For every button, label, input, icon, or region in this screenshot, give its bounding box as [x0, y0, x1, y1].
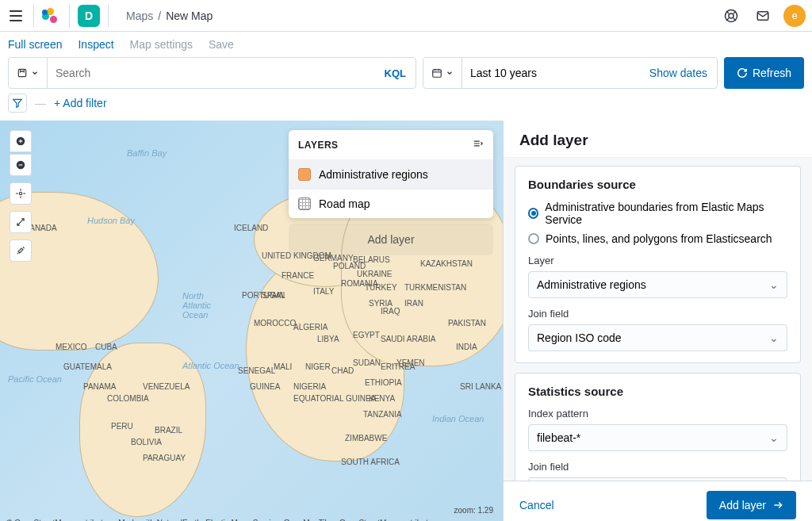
zoom-in-button[interactable] — [10, 130, 32, 152]
layer-label: Road map — [319, 197, 370, 210]
map-settings-link: Map settings — [130, 38, 193, 51]
help-icon[interactable] — [720, 5, 742, 27]
add-layer-map-button[interactable]: Add layer — [289, 224, 493, 255]
radio-icon — [528, 233, 539, 244]
layer-label: Administrative regions — [319, 168, 428, 181]
refresh-button[interactable]: Refresh — [724, 57, 804, 89]
stats-join-field-label: Join field — [528, 461, 787, 473]
inspect-link[interactable]: Inspect — [78, 38, 113, 51]
expand-button[interactable] — [10, 211, 32, 233]
elastic-logo-icon[interactable] — [42, 8, 58, 24]
arrow-right-icon — [772, 500, 783, 511]
svg-line-5 — [733, 11, 736, 13]
collapse-panel-icon[interactable] — [473, 138, 484, 151]
cancel-button[interactable]: Cancel — [519, 499, 554, 511]
ocean-label: North Atlantic Ocean — [182, 291, 230, 320]
ocean-label: Indian Ocean — [432, 414, 484, 423]
layer-select[interactable]: Administrative regions ⌄ — [528, 271, 787, 298]
add-layer-panel: Add layer Boundaries source Administrati… — [503, 121, 812, 521]
join-field-select[interactable]: Region ISO code ⌄ — [528, 324, 787, 351]
layer-swatch-icon — [298, 168, 311, 181]
tools-button[interactable] — [10, 239, 32, 262]
divider — [108, 5, 109, 27]
layers-panel: LAYERS Administrative regions Road map — [289, 130, 493, 218]
layer-item-road-map[interactable]: Road map — [289, 189, 493, 218]
svg-line-2 — [726, 11, 729, 13]
time-picker-button[interactable] — [423, 58, 462, 88]
show-dates-link[interactable]: Show dates — [640, 67, 717, 79]
radio-elasticsearch[interactable]: Points, lines, and polygons from Elastic… — [528, 232, 787, 245]
zoom-out-button[interactable] — [10, 154, 32, 176]
refresh-label: Refresh — [753, 67, 791, 79]
query-bar: KQL Last 10 years Show dates Refresh — [0, 57, 812, 89]
map-toolbar: Full screen Inspect Map settings Save — [0, 32, 812, 57]
statistics-source-card: Statistics source Index pattern filebeat… — [515, 373, 801, 481]
radio-label: Administrative boundaries from Elastic M… — [545, 201, 787, 226]
svg-point-18 — [19, 192, 22, 195]
add-filter-link[interactable]: + Add filter — [54, 97, 107, 109]
user-avatar[interactable]: e — [783, 5, 806, 27]
breadcrumb-current: New Map — [166, 10, 213, 22]
layer-swatch-icon — [298, 197, 311, 210]
radio-icon — [528, 208, 538, 219]
mail-icon[interactable] — [752, 5, 774, 27]
search-input[interactable] — [48, 67, 375, 79]
space-badge[interactable]: D — [78, 5, 100, 27]
breadcrumb-app[interactable]: Maps — [126, 10, 153, 22]
chevron-down-icon: ⌄ — [769, 331, 779, 344]
chevron-down-icon: ⌄ — [769, 431, 779, 444]
ocean-label: Pacific Ocean — [8, 374, 62, 384]
svg-line-3 — [733, 18, 736, 21]
full-screen-link[interactable]: Full screen — [8, 38, 62, 51]
breadcrumb-sep: / — [158, 10, 161, 22]
index-pattern-label: Index pattern — [528, 408, 787, 419]
add-layer-label: Add layer — [719, 499, 766, 511]
select-value: filebeat-* — [537, 431, 580, 444]
main-area: CANADA MEXICO CUBA GUATEMALA PANAMA COLO… — [0, 121, 812, 521]
layers-panel-title: LAYERS — [298, 140, 339, 151]
zoom-indicator: zoom: 1.29 — [454, 506, 493, 515]
country-label: SRI LANKA — [460, 382, 501, 391]
svg-line-4 — [726, 18, 729, 21]
map-canvas[interactable]: CANADA MEXICO CUBA GUATEMALA PANAMA COLO… — [0, 121, 503, 521]
add-layer-submit-button[interactable]: Add layer — [707, 491, 796, 519]
svg-point-1 — [729, 13, 733, 18]
svg-rect-7 — [18, 69, 25, 76]
select-value: Administrative regions — [537, 278, 646, 291]
layer-field-label: Layer — [528, 255, 787, 266]
divider — [33, 5, 34, 27]
statistics-title: Statistics source — [528, 385, 787, 398]
time-range-text[interactable]: Last 10 years — [462, 67, 640, 79]
join-field-label: Join field — [528, 308, 787, 320]
svg-rect-8 — [433, 70, 442, 77]
app-header: D Maps / New Map e — [0, 0, 812, 32]
kql-toggle[interactable]: KQL — [375, 67, 416, 79]
chevron-down-icon: ⌄ — [769, 278, 779, 291]
hamburger-menu[interactable] — [6, 6, 25, 25]
index-pattern-select[interactable]: filebeat-* ⌄ — [528, 424, 787, 451]
saved-query-button[interactable] — [9, 58, 48, 88]
boundaries-source-card: Boundaries source Administrative boundar… — [515, 166, 801, 363]
svg-marker-12 — [13, 99, 22, 107]
svg-line-23 — [17, 219, 24, 225]
fit-bounds-button[interactable] — [10, 182, 32, 205]
panel-title: Add layer — [504, 121, 812, 158]
ocean-label: Baffin Bay — [127, 148, 167, 158]
filter-options-icon[interactable] — [8, 94, 27, 113]
select-value: Region ISO code — [537, 331, 622, 344]
layer-item-admin-regions[interactable]: Administrative regions — [289, 159, 493, 189]
panel-footer: Cancel Add layer — [504, 481, 812, 521]
radio-elastic-maps-service[interactable]: Administrative boundaries from Elastic M… — [528, 201, 787, 226]
radio-label: Points, lines, and polygons from Elastic… — [546, 232, 772, 245]
boundaries-title: Boundaries source — [528, 178, 787, 191]
save-link: Save — [209, 38, 234, 51]
breadcrumb: Maps / New Map — [126, 10, 213, 22]
filter-bar: — + Add filter — [0, 89, 812, 121]
divider — [69, 5, 70, 27]
